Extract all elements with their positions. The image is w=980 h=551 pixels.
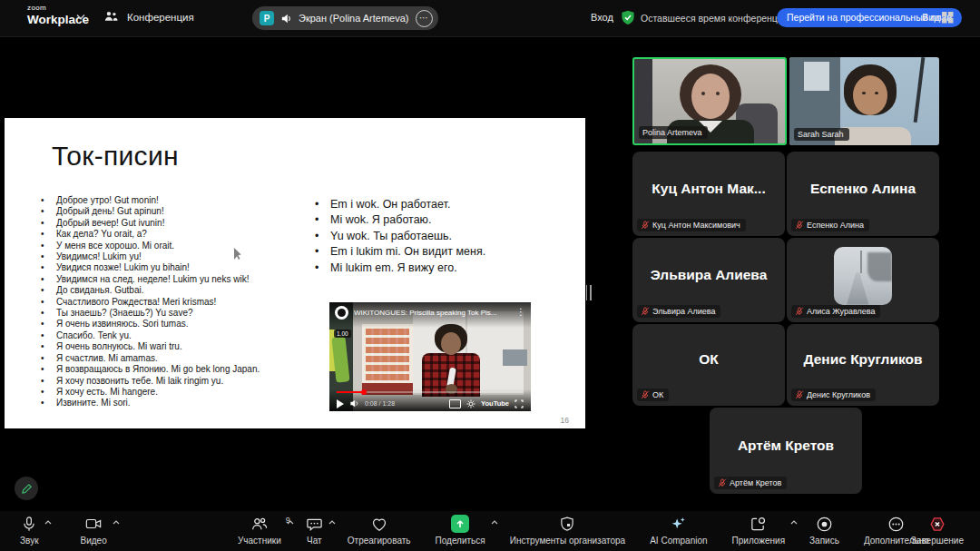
- mic-muted-icon: [641, 307, 650, 316]
- bullet-item: Добрый вечер! Gut ivunin!: [37, 218, 314, 229]
- participant-name: Еспенко Алина: [807, 221, 864, 230]
- meeting-toolbar: Звук Видео 9 Участники: [0, 511, 980, 551]
- bullet-item: У меня все хорошо. Mi orait.: [37, 241, 314, 251]
- youtube-video-embed[interactable]: WIKITONGUES: Priscilla speaking Tok Pis.…: [329, 302, 531, 411]
- ai-companion-button[interactable]: AI Companion: [644, 515, 712, 546]
- play-button[interactable]: [337, 399, 344, 408]
- apps-icon: [750, 515, 767, 533]
- chevron-up-icon[interactable]: [287, 520, 294, 525]
- bullet-item: До свиданья. Gutbai.: [37, 285, 314, 296]
- participant-name-label: Куц Антон Максимович: [637, 219, 746, 231]
- participant-display-name: Еспенко Алина: [810, 181, 916, 197]
- participant-tile[interactable]: Куц Антон Мак... Куц Антон Максимович: [632, 152, 785, 236]
- audio-button[interactable]: Звук: [15, 515, 44, 546]
- speaker-icon: [280, 13, 292, 25]
- record-button[interactable]: Запись: [804, 515, 845, 546]
- participant-tile[interactable]: Денис Кругликов Денис Кругликов: [787, 324, 939, 406]
- camera-icon: [84, 515, 103, 533]
- bullet-item: Yu wok. Ты работаешь.: [311, 229, 583, 244]
- participant-tile[interactable]: Эльвира Алиева Эльвира Алиева: [632, 238, 785, 322]
- bullet-item: Em i wok. Он работает.: [311, 197, 583, 212]
- tab-conference[interactable]: Конференция: [103, 9, 194, 25]
- tab-conference-label: Конференция: [127, 12, 194, 23]
- react-button[interactable]: Отреагировать: [342, 515, 416, 546]
- participant-tile[interactable]: ОК ОК: [632, 324, 785, 406]
- participant-tile[interactable]: Еспенко Алина Еспенко Алина: [787, 152, 939, 236]
- bullet-item: Я очень извиняюсь. Sori tumas.: [37, 319, 314, 330]
- youtube-logo[interactable]: YouTube: [481, 399, 509, 408]
- share-options-icon[interactable]: ⋯: [416, 10, 433, 27]
- participant-name-label: Polina Artemeva: [639, 126, 708, 139]
- share-screen-icon: [451, 515, 469, 533]
- mic-muted-icon: [718, 478, 727, 487]
- chat-label: Чат: [307, 536, 322, 546]
- sign-in-link[interactable]: Вход: [591, 12, 613, 23]
- participant-name: Polina Artemeva: [642, 128, 702, 137]
- video-tile-sarah[interactable]: Sarah Sarah: [789, 57, 939, 145]
- slide-title: Ток-писин: [52, 141, 179, 172]
- zoom-meeting-window: zoom Workplace Конференция P Экран (Poli…: [0, 0, 980, 551]
- participant-name-label: Алиса Журавлева: [791, 305, 880, 318]
- annotate-button[interactable]: [15, 477, 38, 500]
- view-grid-icon[interactable]: [942, 12, 954, 24]
- end-meeting-icon: [928, 515, 946, 533]
- participant-display-name: ОК: [699, 351, 719, 368]
- participants-button[interactable]: 9 Участники: [232, 515, 287, 546]
- video-kebab-menu-icon[interactable]: ⋮: [516, 306, 525, 317]
- volume-icon[interactable]: [349, 398, 359, 408]
- chevron-up-icon[interactable]: [328, 520, 336, 525]
- share-button[interactable]: Поделиться: [430, 515, 491, 546]
- video-progress-bar[interactable]: [337, 391, 524, 393]
- top-bar: zoom Workplace Конференция P Экран (Poli…: [0, 0, 980, 37]
- scrollbar-handle[interactable]: [586, 285, 592, 300]
- participant-name: Алиса Журавлева: [807, 307, 875, 316]
- bullet-item: Mi wok. Я работаю.: [311, 212, 583, 228]
- fullscreen-icon[interactable]: [514, 399, 524, 408]
- bullet-item: Я счастлив. Mi amamas.: [37, 353, 314, 364]
- chevron-up-icon[interactable]: [113, 520, 120, 525]
- security-shield-icon[interactable]: [621, 10, 635, 25]
- chevron-down-icon[interactable]: [76, 14, 85, 20]
- view-menu-label[interactable]: Вид: [922, 12, 940, 23]
- participant-name-label: ОК: [637, 389, 669, 401]
- participant-display-name: Куц Антон Мак...: [652, 181, 765, 197]
- participant-name: Денис Кругликов: [807, 390, 870, 399]
- participant-name: Куц Антон Максимович: [652, 221, 740, 230]
- share-label: Поделиться: [436, 536, 485, 546]
- avatar: [834, 247, 892, 305]
- participant-name-label: Sarah Sarah: [794, 128, 849, 141]
- mic-muted-icon: [641, 221, 650, 230]
- chevron-up-icon[interactable]: [790, 520, 798, 525]
- slide-bullet-list-right: Em i wok. Он работает.Mi wok. Я работаю.…: [311, 197, 583, 276]
- participant-name-label: Денис Кругликов: [791, 389, 876, 401]
- screen-share-indicator[interactable]: P Экран (Polina Artemeva) ⋯: [252, 6, 438, 30]
- video-button[interactable]: Видео: [75, 515, 113, 546]
- captions-icon[interactable]: [449, 399, 461, 408]
- participant-face: [691, 74, 730, 119]
- pencil-icon: [21, 483, 33, 495]
- chat-icon: [306, 515, 323, 533]
- end-meeting-button[interactable]: Завершение: [906, 515, 969, 546]
- apps-button[interactable]: Приложения: [727, 515, 791, 546]
- bullet-item: Увидимся на след. неделе! Lukim yu neks …: [37, 274, 314, 285]
- video-tile-polina[interactable]: Polina Artemeva: [632, 57, 787, 145]
- chevron-up-icon[interactable]: [491, 520, 498, 525]
- logo-zoom-text: zoom: [27, 5, 89, 12]
- participant-tile[interactable]: Алиса Журавлева: [787, 238, 939, 322]
- wikitongues-logo-icon[interactable]: [335, 306, 348, 320]
- chat-button[interactable]: Чат: [300, 515, 328, 546]
- participant-name: Артём Кретов: [730, 478, 781, 487]
- mic-muted-icon: [641, 390, 650, 399]
- chevron-up-icon[interactable]: [44, 520, 52, 525]
- playback-speed-badge: 1.00: [334, 330, 351, 338]
- settings-gear-icon[interactable]: [466, 399, 475, 408]
- mic-muted-icon: [795, 307, 804, 316]
- host-tools-button[interactable]: Инструменты организатора: [505, 515, 631, 546]
- participant-name: ОК: [652, 390, 663, 399]
- participant-name-label: Эльвира Алиева: [637, 305, 720, 318]
- conference-people-icon: [103, 9, 119, 25]
- video-title[interactable]: WIKITONGUES: Priscilla speaking Tok Pis.…: [354, 306, 511, 317]
- participant-tile[interactable]: Артём Кретов Артём Кретов: [710, 408, 862, 494]
- apps-label: Приложения: [732, 536, 786, 546]
- participant-face: [853, 75, 887, 115]
